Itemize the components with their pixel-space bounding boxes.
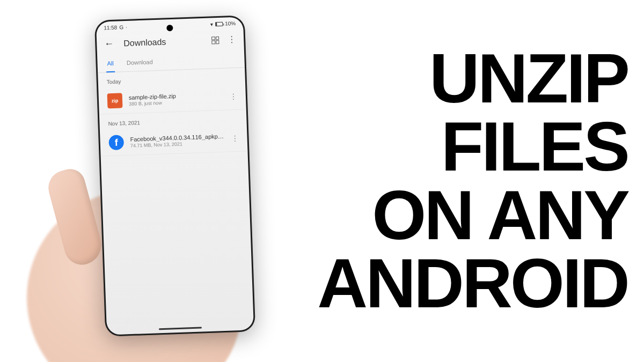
headline-line-1: UNZIP [429, 45, 628, 113]
back-arrow-icon[interactable]: ← [104, 38, 114, 49]
battery-icon [215, 21, 223, 26]
more-vert-icon[interactable]: ⋮ [228, 35, 237, 44]
notification-dot: · [126, 24, 127, 29]
file-row[interactable]: f Facebook_v344.0.0.34.116_apkpure.... 7… [100, 125, 248, 157]
headline-line-2: FILES [441, 113, 628, 181]
tab-all[interactable]: All [106, 54, 115, 72]
phone-screen: 11:58 G · ▾ 10% ← Downloads [96, 17, 254, 335]
phone-mockup-area: 11:58 G · ▾ 10% ← Downloads [0, 0, 317, 362]
status-indicator: G [119, 24, 123, 30]
page-title: Downloads [123, 35, 212, 48]
status-left: 11:58 G · [104, 24, 127, 31]
header-actions: ⋮ [211, 35, 237, 45]
status-right: ▾ 10% [210, 20, 236, 27]
battery-fill [216, 22, 217, 25]
camera-notch [166, 24, 173, 31]
headline-text: UNZIP FILES ON ANY ANDROID [317, 45, 644, 318]
tab-download[interactable]: Download [125, 53, 154, 71]
headline-line-4: ANDROID [317, 249, 628, 317]
file-row[interactable]: zip sample-zip-file.zip 380 B, just now … [98, 83, 246, 115]
file-info: sample-zip-file.zip 380 B, just now [128, 91, 223, 106]
battery-percent: 10% [225, 20, 236, 26]
status-time: 11:58 [104, 24, 117, 31]
nav-bar-pill[interactable] [159, 327, 202, 330]
phone-frame: 11:58 G · ▾ 10% ← Downloads [94, 15, 255, 336]
wifi-icon: ▾ [210, 21, 213, 27]
headline-line-3: ON ANY [372, 181, 628, 249]
file-more-icon[interactable]: ⋮ [231, 134, 239, 142]
zip-file-icon: zip [107, 93, 122, 108]
file-info: Facebook_v344.0.0.34.116_apkpure.... 74.… [130, 132, 225, 148]
file-more-icon[interactable]: ⋮ [229, 92, 237, 100]
grid-view-icon[interactable] [211, 36, 219, 43]
facebook-app-icon: f [108, 135, 124, 150]
